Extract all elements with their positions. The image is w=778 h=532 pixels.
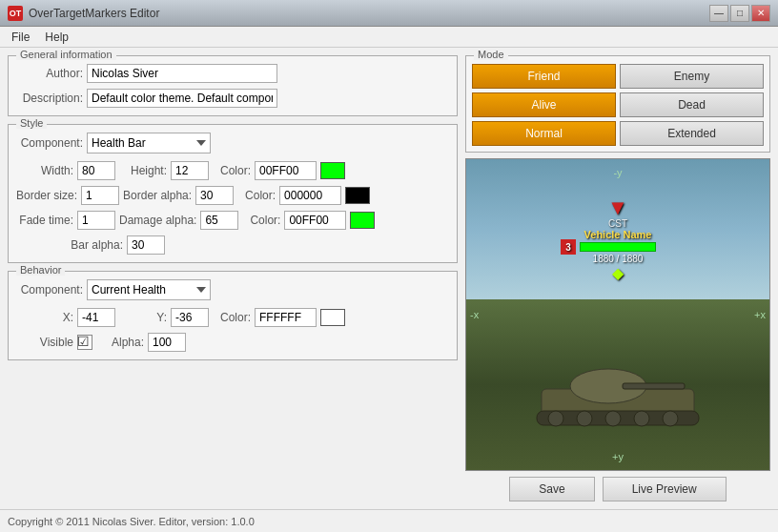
height-input[interactable] — [171, 161, 209, 180]
close-button[interactable]: ✕ — [751, 5, 770, 22]
author-input[interactable] — [87, 64, 277, 83]
behavior-label: Behavior — [16, 264, 65, 276]
description-label: Description: — [16, 92, 83, 105]
mode-section-label: Mode — [474, 49, 508, 60]
axis-neg-y: -y — [613, 167, 622, 178]
fade-time-label: Fade time: — [16, 214, 73, 227]
behavior-component-dropdown[interactable]: Current Health — [87, 279, 211, 300]
maximize-button[interactable]: □ — [730, 5, 749, 22]
main-content: General information Author: Description:… — [0, 48, 778, 509]
marker-callsign-row: CST — [608, 218, 627, 229]
width-height-row: Width: Height: Color: — [16, 161, 449, 180]
marker-health-bar — [580, 242, 656, 252]
window-controls: — □ ✕ — [709, 5, 770, 22]
border-alpha-input[interactable] — [195, 186, 234, 205]
border-size-input[interactable] — [81, 186, 119, 205]
damage-alpha-label: Damage alpha: — [119, 214, 196, 227]
border-row: Border size: Border alpha: Color: — [16, 186, 449, 205]
general-info-label: General information — [16, 49, 116, 60]
left-panel: General information Author: Description:… — [8, 55, 458, 501]
width-input[interactable] — [77, 161, 115, 180]
behavior-component-label: Component: — [16, 283, 83, 297]
color2-preview[interactable] — [345, 187, 370, 204]
color3-input[interactable] — [284, 211, 346, 230]
author-label: Author: — [16, 67, 83, 80]
minimize-button[interactable]: — — [709, 5, 728, 22]
mode-alive-button[interactable]: Alive — [472, 92, 616, 117]
svg-point-5 — [577, 411, 592, 426]
live-preview-button[interactable]: Live Preview — [603, 477, 727, 501]
behavior-component-row: Component: Current Health — [16, 279, 449, 300]
border-size-label: Border size: — [16, 189, 77, 202]
x-label: X: — [16, 311, 73, 324]
mode-enemy-button[interactable]: Enemy — [620, 64, 764, 89]
svg-point-6 — [605, 411, 621, 426]
fade-time-input[interactable] — [77, 211, 115, 230]
mode-grid: Friend Enemy Alive Dead Normal Extended — [472, 62, 764, 146]
color3-preview[interactable] — [350, 212, 375, 229]
visible-alpha-row: Visible Alpha: — [16, 333, 449, 352]
color3-label: Color: — [242, 214, 280, 227]
behavior-color-preview[interactable] — [320, 309, 345, 326]
marker-level: 3 — [561, 239, 576, 255]
menu-help[interactable]: Help — [37, 29, 76, 46]
axis-pos-y: +y — [612, 451, 624, 462]
svg-point-8 — [663, 411, 678, 426]
y-input[interactable] — [171, 308, 209, 327]
tank-image — [522, 337, 713, 432]
status-bar: Copyright © 2011 Nicolas Siver. Editor, … — [0, 509, 778, 532]
marker-diamond-icon: ◆ — [612, 264, 624, 282]
visible-checkbox[interactable] — [77, 335, 92, 350]
mode-extended-button[interactable]: Extended — [620, 121, 764, 146]
menu-file[interactable]: File — [4, 29, 37, 46]
behavior-color-input[interactable] — [255, 308, 317, 327]
axis-neg-x: -x — [470, 309, 479, 320]
app-icon: OT — [8, 6, 23, 21]
marker-vehicle-name: Vehicle Name — [584, 229, 652, 240]
preview-area: -y +y -x +x ▼ CST Vehicle Name 3 1880 / … — [465, 158, 770, 471]
alpha-label: Alpha: — [96, 336, 144, 349]
color2-input[interactable] — [279, 186, 341, 205]
mode-dead-button[interactable]: Dead — [620, 92, 764, 117]
color1-preview[interactable] — [320, 162, 345, 179]
right-panel: Mode Friend Enemy Alive Dead Normal Exte… — [465, 55, 770, 501]
alpha-input[interactable] — [148, 333, 186, 352]
author-row: Author: — [16, 64, 449, 83]
save-button[interactable]: Save — [509, 477, 594, 501]
style-component-dropdown[interactable]: Health Bar — [87, 133, 211, 153]
axis-pos-x: +x — [754, 309, 766, 320]
marker-health-container: 3 — [580, 242, 656, 252]
menu-bar: File Help — [0, 27, 778, 48]
behavior-color-label: Color: — [213, 311, 251, 324]
svg-point-4 — [548, 411, 563, 426]
style-component-label: Component: — [16, 136, 83, 150]
marker-overlay: ▼ CST Vehicle Name 3 1880 / 1880 ◆ — [580, 197, 656, 282]
border-alpha-label: Border alpha: — [123, 189, 192, 202]
x-input[interactable] — [77, 308, 115, 327]
bar-alpha-row: Bar alpha: — [16, 235, 449, 255]
height-label: Height: — [119, 164, 167, 177]
mode-normal-button[interactable]: Normal — [472, 121, 616, 146]
marker-arrow-icon: ▼ — [607, 197, 628, 218]
description-input[interactable] — [87, 89, 277, 108]
style-section: Style Component: Health Bar Width: Heigh… — [8, 124, 458, 263]
y-label: Y: — [119, 311, 167, 324]
bar-alpha-input[interactable] — [127, 235, 165, 255]
description-row: Description: — [16, 89, 449, 108]
marker-health-text: 1880 / 1880 — [593, 254, 644, 264]
damage-alpha-input[interactable] — [200, 211, 238, 230]
color2-label: Color: — [237, 189, 276, 202]
window-title: OverTargetMarkers Editor — [29, 7, 709, 20]
style-label: Style — [16, 117, 47, 129]
title-bar: OT OverTargetMarkers Editor — □ ✕ — [0, 0, 778, 27]
color1-input[interactable] — [255, 161, 317, 180]
mode-friend-button[interactable]: Friend — [472, 64, 616, 89]
marker-health-fill — [581, 243, 655, 251]
svg-rect-2 — [623, 383, 685, 389]
svg-point-7 — [634, 411, 649, 426]
color1-label: Color: — [213, 164, 251, 177]
general-info-section: General information Author: Description: — [8, 55, 458, 116]
fade-row: Fade time: Damage alpha: Color: — [16, 211, 449, 230]
visible-label: Visible — [16, 336, 73, 349]
behavior-section: Behavior Component: Current Health X: Y:… — [8, 271, 458, 360]
